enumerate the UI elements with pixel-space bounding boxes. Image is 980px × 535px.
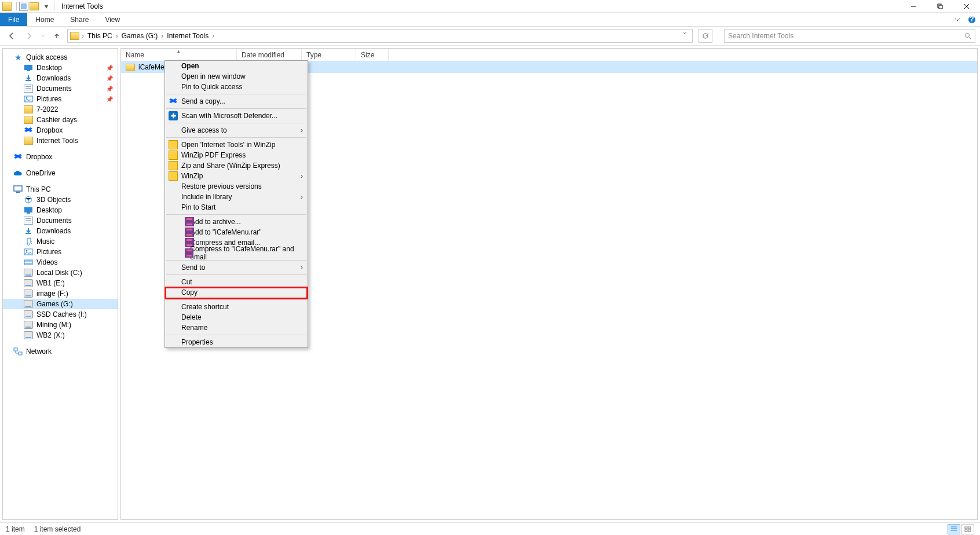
tree-label: Network: [26, 347, 52, 356]
tree-qa-dropbox[interactable]: Dropbox: [3, 125, 118, 135]
col-name[interactable]: Name▴: [121, 49, 237, 61]
nav-tree[interactable]: ★Quick access Desktop📌 Downloads📌 Docume…: [2, 48, 118, 520]
tree-pc-pictures[interactable]: Pictures: [3, 247, 118, 257]
tree-onedrive[interactable]: OneDrive: [3, 168, 118, 178]
tree-this-pc[interactable]: This PC: [3, 184, 118, 195]
tab-file[interactable]: File: [0, 13, 27, 26]
cm-winzip[interactable]: WinZip›: [165, 171, 308, 181]
cm-compress-rar-email[interactable]: Compress to "iCafeMenu.rar" and email: [165, 248, 308, 258]
cm-send-to[interactable]: Send to›: [165, 262, 308, 273]
cm-zip-share-express[interactable]: Zip and Share (WinZip Express): [165, 160, 308, 171]
cm-winzip-pdf[interactable]: WinZip PDF Express: [165, 150, 308, 160]
cm-open[interactable]: Open: [165, 61, 308, 71]
tab-share[interactable]: Share: [62, 13, 97, 26]
column-headers: Name▴ Date modified Type Size: [121, 49, 977, 61]
tree-quick-access[interactable]: ★Quick access: [3, 52, 118, 63]
tree-pc-ssd-caches-i[interactable]: SSD Caches (I:): [3, 309, 118, 320]
tree-pc-documents[interactable]: Documents: [3, 215, 118, 226]
close-button[interactable]: [953, 0, 980, 13]
cm-rename[interactable]: Rename: [165, 323, 308, 333]
winrar-icon: [185, 217, 194, 226]
tree-pc-local-disk-c[interactable]: Local Disk (C:): [3, 268, 118, 278]
tree-network[interactable]: Network: [3, 346, 118, 357]
chevron-right-icon[interactable]: ›: [211, 32, 215, 40]
col-date[interactable]: Date modified: [237, 49, 302, 61]
chevron-right-icon[interactable]: ›: [81, 32, 85, 40]
cm-give-access[interactable]: Give access to›: [165, 125, 308, 135]
tree-label: 3D Objects: [36, 196, 71, 204]
back-button[interactable]: [5, 29, 19, 43]
maximize-button[interactable]: [927, 0, 953, 13]
tree-pc-downloads[interactable]: Downloads: [3, 226, 118, 236]
tree-pc-games-g[interactable]: Games (G:): [3, 299, 118, 309]
tree-qa-downloads[interactable]: Downloads📌: [3, 73, 118, 83]
cm-create-shortcut[interactable]: Create shortcut: [165, 302, 308, 312]
search-input[interactable]: [728, 32, 964, 40]
chevron-right-icon[interactable]: ›: [160, 32, 164, 40]
tree-label: Games (G:): [36, 300, 73, 308]
cm-add-archive[interactable]: Add to archive...: [165, 217, 308, 227]
cm-cut[interactable]: Cut: [165, 277, 308, 287]
qat-properties-icon[interactable]: [19, 2, 28, 11]
cm-open-new-window[interactable]: Open in new window: [165, 71, 308, 82]
search-box[interactable]: [724, 29, 975, 43]
address-dropdown-icon[interactable]: ˅: [679, 32, 690, 40]
refresh-button[interactable]: [699, 29, 712, 43]
cm-open-winzip[interactable]: Open 'Internet Tools' in WinZip: [165, 140, 308, 150]
cm-separator: [166, 94, 306, 94]
minimize-button[interactable]: [900, 0, 927, 13]
col-size[interactable]: Size: [356, 49, 389, 61]
tree-pc-wb1-e[interactable]: WB1 (E:): [3, 278, 118, 288]
picture-icon: [24, 95, 33, 103]
recent-dropdown-icon[interactable]: [39, 29, 46, 43]
cm-restore-prev[interactable]: Restore previous versions: [165, 181, 308, 192]
help-button[interactable]: ?: [964, 13, 980, 26]
qat-dropdown-icon[interactable]: ▾: [45, 2, 48, 10]
tree-qa-internet-tools[interactable]: Internet Tools: [3, 135, 118, 146]
tree-qa-cashier-days[interactable]: Cashier days: [3, 115, 118, 125]
status-selected-count: 1 item selected: [34, 525, 81, 533]
view-details-button[interactable]: [948, 524, 960, 534]
tree-label: Downloads: [36, 227, 71, 235]
cm-scan-defender[interactable]: ✚Scan with Microsoft Defender...: [165, 111, 308, 121]
cm-add-rar[interactable]: Add to "iCafeMenu.rar": [165, 227, 308, 237]
qat-new-folder-icon[interactable]: [30, 2, 39, 10]
winzip-icon: [169, 140, 178, 149]
svg-rect-22: [968, 530, 971, 532]
tree-qa-documents[interactable]: Documents📌: [3, 83, 118, 94]
svg-rect-11: [16, 192, 20, 193]
cm-delete[interactable]: Delete: [165, 312, 308, 323]
tree-pc-3d-objects[interactable]: 3D Objects: [3, 195, 118, 205]
tree-qa-pictures[interactable]: Pictures📌: [3, 94, 118, 104]
breadcrumb-internet-tools[interactable]: Internet Tools: [166, 32, 210, 40]
tree-pc-mining-m[interactable]: Mining (M:): [3, 320, 118, 330]
tree-qa-7-2022[interactable]: 7-2022: [3, 104, 118, 115]
breadcrumb-games[interactable]: Games (G:): [120, 32, 159, 40]
cm-include-library[interactable]: Include in library›: [165, 192, 308, 202]
cm-copy[interactable]: Copy: [165, 287, 308, 298]
tree-pc-image-f[interactable]: image (F:): [3, 288, 118, 299]
cm-send-copy[interactable]: Send a copy...: [165, 96, 308, 107]
tree-label: Mining (M:): [36, 321, 71, 329]
tree-pc-videos[interactable]: Videos: [3, 257, 118, 268]
chevron-right-icon[interactable]: ›: [115, 32, 119, 40]
star-icon: ★: [13, 53, 23, 61]
tree-qa-desktop[interactable]: Desktop📌: [3, 63, 118, 73]
tab-view[interactable]: View: [97, 13, 128, 26]
breadcrumb-thispc[interactable]: This PC: [86, 32, 114, 40]
up-button[interactable]: [50, 29, 64, 43]
tree-pc-wb2-x[interactable]: WB2 (X:): [3, 330, 118, 340]
cm-pin-start[interactable]: Pin to Start: [165, 202, 308, 212]
tree-pc-desktop[interactable]: Desktop: [3, 205, 118, 215]
col-type[interactable]: Type: [302, 49, 356, 61]
tree-pc-music[interactable]: Music: [3, 236, 118, 247]
tree-dropbox[interactable]: Dropbox: [3, 152, 118, 162]
tab-home[interactable]: Home: [27, 13, 62, 26]
view-large-icons-button[interactable]: [961, 524, 974, 534]
forward-button[interactable]: [22, 29, 36, 43]
cm-properties[interactable]: Properties: [165, 337, 308, 347]
ribbon-expand-icon[interactable]: [955, 13, 960, 26]
address-bar[interactable]: › This PC › Games (G:) › Internet Tools …: [67, 29, 693, 43]
tree-label: Local Disk (C:): [36, 269, 82, 277]
cm-pin-quick-access[interactable]: Pin to Quick access: [165, 82, 308, 92]
